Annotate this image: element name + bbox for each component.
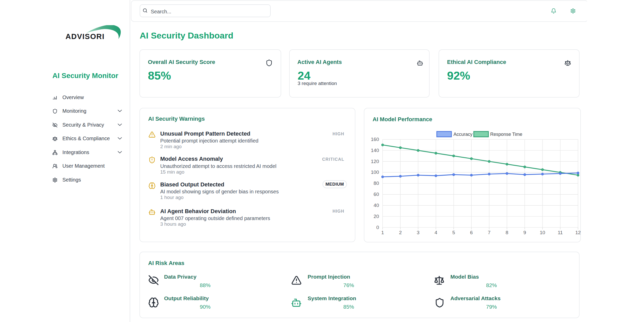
svg-text:4: 4: [434, 230, 437, 235]
svg-text:11: 11: [558, 230, 563, 235]
svg-text:9: 9: [523, 230, 526, 235]
svg-text:8: 8: [506, 230, 508, 235]
svg-text:120: 120: [371, 159, 379, 164]
svg-text:60: 60: [374, 192, 379, 197]
svg-text:3: 3: [417, 230, 420, 235]
svg-text:20: 20: [374, 214, 379, 219]
svg-text:100: 100: [371, 169, 379, 175]
svg-text:12: 12: [575, 230, 581, 235]
svg-text:7: 7: [488, 230, 491, 235]
svg-text:5: 5: [452, 230, 455, 235]
svg-text:Response Time: Response Time: [490, 132, 522, 137]
svg-text:Accuracy: Accuracy: [453, 132, 472, 137]
svg-text:80: 80: [374, 181, 379, 186]
svg-text:10: 10: [540, 230, 545, 235]
svg-text:40: 40: [374, 203, 379, 208]
svg-text:140: 140: [371, 148, 379, 153]
svg-text:6: 6: [470, 230, 473, 235]
svg-text:0: 0: [376, 225, 379, 230]
svg-text:160: 160: [371, 137, 379, 142]
svg-text:2: 2: [399, 230, 402, 235]
svg-text:1: 1: [381, 230, 384, 235]
